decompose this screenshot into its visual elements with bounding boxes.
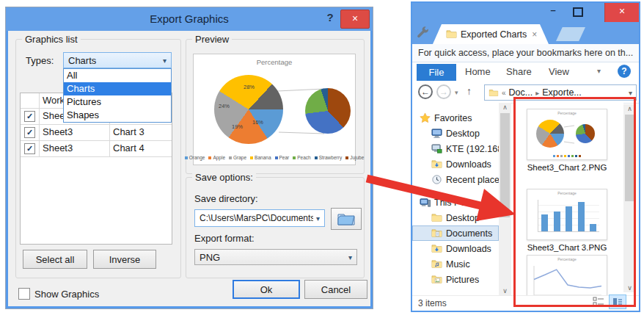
- scroll-up-icon[interactable]: ∧: [623, 104, 636, 113]
- breadcrumb-segment[interactable]: Doc...: [509, 87, 533, 98]
- preview-group-label: Preview: [192, 34, 232, 45]
- browse-folder-button[interactable]: [331, 208, 362, 230]
- types-combobox[interactable]: Charts ▾: [63, 52, 172, 68]
- sidebar-section-this-pc[interactable]: This PC: [412, 195, 499, 210]
- address-dropdown-icon[interactable]: ▾: [629, 89, 632, 97]
- menu-file[interactable]: File: [417, 64, 456, 81]
- ribbon-expand-icon[interactable]: ▾: [597, 67, 601, 75]
- address-bar[interactable]: « Doc... ▸ Exporte... ▾: [484, 84, 637, 101]
- types-option-charts[interactable]: Charts: [64, 82, 171, 95]
- menu-home[interactable]: Home: [465, 66, 491, 77]
- tab-close-icon[interactable]: ×: [532, 29, 537, 40]
- export-format-value: PNG: [200, 252, 345, 263]
- save-directory-label: Save directory:: [194, 193, 258, 204]
- open-folder-icon: [337, 212, 355, 225]
- sidebar-section: This PC Desktop Documents Downloads Musi…: [412, 195, 499, 287]
- file-item[interactable]: Percentage Sheet3_Chart 2.PNG: [527, 109, 607, 173]
- save-directory-combobox[interactable]: C:\Users\MarsPC\Documents\E: ▾: [194, 209, 325, 227]
- sidebar-item-desktop[interactable]: Desktop: [412, 210, 499, 225]
- show-graphics-label: Show Graphics: [34, 289, 99, 300]
- sidebar-item-documents[interactable]: Documents: [412, 225, 499, 241]
- types-combobox-value: Charts: [68, 55, 160, 66]
- help-icon[interactable]: ?: [618, 65, 631, 78]
- screenshot-canvas: Export Graphics ? × Graphics list Types:…: [0, 0, 644, 318]
- crumb-overflow-icon[interactable]: «: [502, 89, 506, 97]
- export-format-combobox[interactable]: PNG ▾: [194, 249, 357, 265]
- dialog-title: Export Graphics: [6, 12, 373, 25]
- chevron-down-icon: ▾: [316, 214, 320, 223]
- sidebar-item-pictures[interactable]: Pictures: [412, 272, 499, 287]
- forward-button[interactable]: →: [436, 84, 451, 99]
- file-thumbnail[interactable]: Percentage: [527, 189, 607, 240]
- wrench-icon[interactable]: [417, 26, 430, 40]
- sidebar-item-kte-192-168[interactable]: KTE (192.168: [412, 141, 499, 156]
- history-dropdown-icon[interactable]: ▾: [455, 89, 458, 96]
- scroll-down-icon[interactable]: ∨: [623, 283, 636, 292]
- chart-preview-panel: Percentage 28% 24% 19% 16% OrangeAppleGr…: [193, 54, 356, 165]
- thumb-secondary-pie: [576, 124, 595, 143]
- close-button[interactable]: ×: [604, 3, 639, 22]
- cancel-button[interactable]: Cancel: [304, 280, 367, 299]
- up-button[interactable]: ↑: [466, 85, 472, 97]
- thumb-legend: [527, 155, 607, 157]
- sidebar-item-downloads[interactable]: Downloads: [412, 241, 499, 256]
- secondary-pie-chart: [305, 88, 351, 134]
- file-item[interactable]: Percentage Sheet3_Chart 3.PNG: [527, 189, 607, 253]
- thumb-bar-chart: [538, 200, 599, 232]
- types-option-shapes[interactable]: Shapes: [64, 109, 171, 122]
- types-dropdown-list[interactable]: AllChartsPicturesShapes: [63, 68, 172, 123]
- types-label: Types:: [26, 55, 54, 66]
- thumbnail-view-toggle-icon[interactable]: [609, 294, 626, 309]
- navigation-pane: Favorites Desktop KTE (192.168 Downloads…: [412, 103, 499, 295]
- table-row[interactable]: ✓ Sheet3 Chart 4: [21, 141, 172, 157]
- breadcrumb-segment[interactable]: Exporte...: [542, 87, 582, 98]
- table-row[interactable]: ✓ Sheet3 Chart 3: [21, 125, 172, 141]
- inverse-button[interactable]: Inverse: [93, 250, 156, 269]
- menu-share[interactable]: Share: [506, 66, 532, 77]
- select-all-button[interactable]: Select all: [23, 250, 87, 269]
- dialog-titlebar[interactable]: Export Graphics ? ×: [6, 7, 373, 31]
- sidebar-item-music[interactable]: Music: [412, 256, 499, 272]
- types-option-all[interactable]: All: [64, 69, 171, 82]
- explorer-tab[interactable]: Exported Charts ×: [433, 24, 549, 44]
- legend-item: Grape: [229, 155, 246, 160]
- recent-icon: [431, 174, 442, 185]
- sidebar-item-downloads[interactable]: Downloads: [412, 156, 499, 172]
- row-checkbox[interactable]: ✓: [21, 109, 40, 124]
- folder-down-icon: [431, 159, 442, 170]
- file-list-scrollbar[interactable]: ∧ ∨: [623, 104, 636, 292]
- show-graphics-checkbox[interactable]: Show Graphics: [18, 288, 99, 300]
- chart-legend: OrangeAppleGrapeBananaPearPeachStrawberr…: [194, 155, 355, 160]
- file-thumbnail[interactable]: Percentage: [527, 109, 607, 160]
- chevron-down-icon: ▾: [163, 57, 167, 65]
- minimize-button[interactable]: –: [544, 3, 563, 21]
- thumb-chart-title: Percentage: [527, 191, 607, 195]
- sidebar-scrollbar[interactable]: ∧ ∨: [499, 103, 511, 295]
- legend-item: Pear: [275, 155, 290, 160]
- thumb-main-pie: [536, 120, 564, 148]
- sidebar-item-desktop[interactable]: Desktop: [412, 126, 499, 141]
- types-option-pictures[interactable]: Pictures: [64, 95, 171, 109]
- row-checkbox[interactable]: ✓: [21, 141, 40, 156]
- list-view-toggle-icon[interactable]: [593, 297, 604, 307]
- help-icon[interactable]: ?: [324, 11, 336, 24]
- row-checkbox[interactable]: ✓: [21, 125, 40, 140]
- bookmarks-bar[interactable]: For quick access, place your bookmarks h…: [412, 44, 639, 62]
- close-button[interactable]: ×: [340, 10, 370, 29]
- ribbon-menu: File Home Share View ▾ ?: [412, 62, 639, 82]
- sidebar-item-recent-places[interactable]: Recent places: [412, 172, 499, 187]
- ok-button[interactable]: Ok: [233, 280, 300, 299]
- scrollbar-thumb[interactable]: [500, 113, 510, 217]
- scroll-up-icon[interactable]: ∧: [499, 103, 511, 112]
- sidebar-section-favorites[interactable]: Favorites: [412, 110, 499, 126]
- legend-item: Jujube: [345, 155, 364, 160]
- back-button[interactable]: ←: [418, 84, 433, 99]
- checkbox-box[interactable]: [18, 288, 30, 300]
- legend-item: Peach: [293, 155, 310, 160]
- scrollbar-thumb[interactable]: [625, 115, 634, 201]
- scroll-down-icon[interactable]: ∨: [499, 286, 511, 295]
- folder-pic-icon: [431, 274, 442, 285]
- maximize-button[interactable]: [568, 3, 588, 21]
- status-bar: 3 items: [412, 295, 639, 311]
- menu-view[interactable]: View: [549, 66, 569, 77]
